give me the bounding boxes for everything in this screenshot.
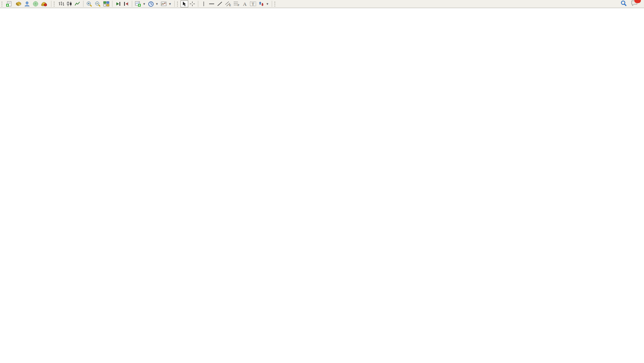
toolbar-separator <box>198 1 198 7</box>
new-order-icon <box>6 1 12 7</box>
svg-text:F: F <box>238 4 239 7</box>
toolbar-separator <box>174 1 175 7</box>
horizontal-line-icon <box>209 1 215 7</box>
fibonacci-tool-button[interactable]: F <box>232 0 241 7</box>
autotrade-icon <box>41 1 47 7</box>
text-tool-button[interactable]: A <box>241 0 249 7</box>
signals-icon <box>32 1 39 7</box>
text-label-tool-button[interactable]: T <box>249 0 257 7</box>
community-icon <box>24 1 30 7</box>
crosshair-icon <box>189 1 195 7</box>
indicators-icon <box>135 1 141 7</box>
zoom-out-button[interactable] <box>94 0 102 7</box>
community-button[interactable] <box>23 0 31 7</box>
templates-button[interactable]: ▼ <box>160 0 173 7</box>
bar-chart-icon <box>58 1 64 7</box>
periods-button[interactable]: ▼ <box>147 0 160 7</box>
toolbar-grip[interactable] <box>54 2 56 7</box>
templates-icon <box>161 1 167 7</box>
equidistant-channel-icon: E <box>225 1 231 7</box>
periods-icon <box>148 1 154 7</box>
toolbar-grip[interactable] <box>2 2 3 7</box>
zoom-in-icon <box>86 1 92 7</box>
autotrade-button[interactable] <box>40 0 49 7</box>
search-icon[interactable] <box>620 0 627 8</box>
chart-canvas[interactable] <box>0 0 644 363</box>
text-icon: A <box>242 1 247 7</box>
toolbar-separator <box>272 1 272 7</box>
text-label-icon: T <box>250 1 256 7</box>
equidistant-channel-tool-button[interactable]: E <box>224 0 232 7</box>
svg-text:E: E <box>229 4 231 7</box>
chart-shift-button[interactable] <box>122 0 130 7</box>
candlestick-chart-icon <box>66 1 72 7</box>
terminal-window: ▼ ▼ ▼ E F A T ▼ <box>0 0 644 363</box>
notifications-button[interactable] <box>631 0 638 8</box>
trendline-icon <box>217 1 223 7</box>
dropdown-caret-icon: ▼ <box>266 2 269 6</box>
toolbar-separator <box>132 1 132 7</box>
dropdown-caret-icon: ▼ <box>155 2 158 6</box>
dropdown-caret-icon: ▼ <box>143 2 146 6</box>
dropdown-caret-icon: ▼ <box>169 2 172 6</box>
svg-text:A: A <box>243 1 247 7</box>
toolbar-right-group <box>620 0 643 8</box>
arrows-icon <box>259 1 264 7</box>
toolbar-grip[interactable] <box>274 2 276 7</box>
tile-windows-button[interactable] <box>102 0 111 7</box>
trendline-tool-button[interactable] <box>216 0 224 7</box>
new-order-button[interactable] <box>5 0 14 7</box>
line-chart-button[interactable] <box>73 0 82 7</box>
horizontal-line-tool-button[interactable] <box>208 0 216 7</box>
vertical-line-tool-button[interactable] <box>200 0 208 7</box>
candlestick-chart-button[interactable] <box>65 0 73 7</box>
indicators-button[interactable]: ▼ <box>134 0 147 7</box>
svg-text:T: T <box>252 2 254 6</box>
chart-shift-icon <box>123 1 129 7</box>
toolbar: ▼ ▼ ▼ E F A T ▼ <box>0 0 644 8</box>
toolbar-separator <box>51 1 51 7</box>
chart-cube-icon <box>15 1 22 7</box>
zoom-in-button[interactable] <box>85 0 94 7</box>
vertical-line-icon <box>201 1 206 7</box>
toolbar-separator <box>112 1 112 7</box>
cursor-icon <box>182 1 187 7</box>
arrows-tool-button[interactable]: ▼ <box>257 0 270 7</box>
zoom-out-icon <box>95 1 101 7</box>
notification-badge <box>634 0 641 3</box>
fibonacci-icon: F <box>233 1 240 7</box>
crosshair-tool-button[interactable] <box>188 0 196 7</box>
cursor-tool-button[interactable] <box>181 0 188 7</box>
line-chart-icon <box>75 1 80 7</box>
signals-button[interactable] <box>31 0 40 7</box>
market-watch-button[interactable] <box>14 0 23 7</box>
auto-scroll-button[interactable] <box>114 0 122 7</box>
auto-scroll-icon <box>115 1 121 7</box>
toolbar-separator <box>83 1 83 7</box>
bar-chart-button[interactable] <box>57 0 65 7</box>
tile-windows-icon <box>103 1 109 7</box>
toolbar-grip[interactable] <box>177 2 179 7</box>
